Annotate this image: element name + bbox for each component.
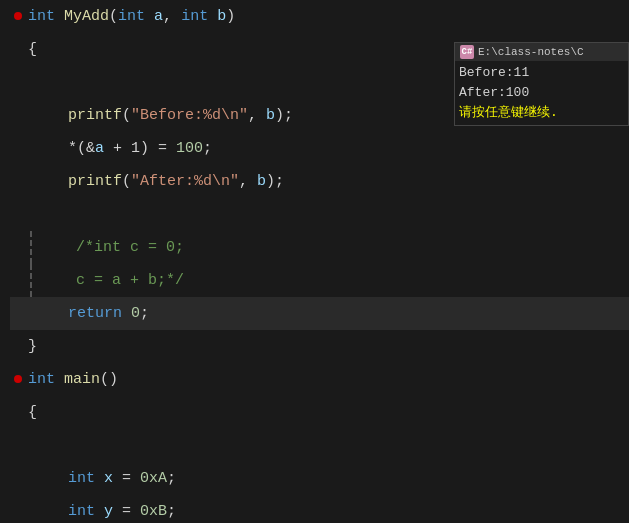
- token-kw: int: [28, 8, 55, 25]
- code-line: int x = 0xA;: [10, 462, 629, 495]
- token-str: "After:%d\n": [131, 173, 239, 190]
- token-plain: [55, 371, 64, 388]
- token-plain: }: [28, 338, 37, 355]
- line-content: int MyAdd(int a, int b): [28, 0, 235, 33]
- code-line: int MyAdd(int a, int b): [10, 0, 629, 33]
- token-cm: /*int c = 0;: [76, 239, 184, 256]
- token-var: x: [104, 470, 113, 487]
- line-content: /*int c = 0;: [30, 231, 184, 264]
- line-content: printf("Before:%d\n", b);: [28, 99, 293, 132]
- line-content: *(&a + 1) = 100;: [28, 132, 212, 165]
- token-plain: {: [28, 41, 37, 58]
- code-line: [10, 198, 629, 231]
- token-plain: ,: [239, 173, 257, 190]
- token-plain: [95, 503, 104, 520]
- token-cm: c = a + b;*/: [76, 272, 184, 289]
- token-fn: printf: [68, 107, 122, 124]
- token-kw: int: [28, 371, 55, 388]
- breakpoint-dot: [14, 12, 22, 20]
- token-var: b: [257, 173, 266, 190]
- token-fn: main: [64, 371, 100, 388]
- terminal-window[interactable]: C# E:\class-notes\C Before:11After:100请按…: [454, 42, 629, 126]
- token-num: 0xB: [140, 503, 167, 520]
- code-line: int y = 0xB;: [10, 495, 629, 523]
- line-content: c = a + b;*/: [30, 264, 184, 297]
- terminal-title: E:\class-notes\C: [478, 46, 584, 58]
- token-str: "Before:%d\n": [131, 107, 248, 124]
- token-plain: =: [113, 503, 140, 520]
- token-var: b: [217, 8, 226, 25]
- token-var: y: [104, 503, 113, 520]
- token-plain: );: [275, 107, 293, 124]
- token-plain: ): [226, 8, 235, 25]
- token-plain: );: [266, 173, 284, 190]
- token-plain: ;: [167, 470, 176, 487]
- line-content: {: [28, 396, 37, 429]
- token-var: a: [154, 8, 163, 25]
- terminal-titlebar: C# E:\class-notes\C: [455, 43, 628, 61]
- token-plain: *(: [68, 140, 86, 157]
- token-plain: ;: [140, 305, 149, 322]
- line-content: int main(): [28, 363, 118, 396]
- code-line: printf("After:%d\n", b);: [10, 165, 629, 198]
- code-line: }: [10, 330, 629, 363]
- token-kw: int: [68, 503, 95, 520]
- terminal-line: 请按任意键继续.: [459, 103, 624, 123]
- token-plain: [208, 8, 217, 25]
- token-kw: int: [181, 8, 208, 25]
- token-num: 100: [176, 140, 203, 157]
- line-content: int y = 0xB;: [28, 495, 176, 523]
- token-num: 0xA: [140, 470, 167, 487]
- token-plain: [55, 8, 64, 25]
- token-plain: ,: [248, 107, 266, 124]
- token-plain: &: [86, 140, 95, 157]
- terminal-body: Before:11After:100请按任意键继续.: [455, 61, 628, 125]
- token-plain: [122, 305, 131, 322]
- terminal-icon: C#: [460, 45, 474, 59]
- code-line: {: [10, 396, 629, 429]
- token-var: a: [95, 140, 104, 157]
- token-plain: (: [109, 8, 118, 25]
- token-plain: ;: [167, 503, 176, 520]
- token-kw: int: [68, 470, 95, 487]
- code-line: /*int c = 0;: [10, 231, 629, 264]
- line-content: printf("After:%d\n", b);: [28, 165, 284, 198]
- token-kw: int: [118, 8, 145, 25]
- token-plain: [95, 470, 104, 487]
- terminal-line: After:100: [459, 83, 624, 103]
- code-line: return 0;: [10, 297, 629, 330]
- line-content: return 0;: [28, 297, 149, 330]
- token-plain: (: [122, 173, 131, 190]
- token-fn: MyAdd: [64, 8, 109, 25]
- gutter: [10, 363, 28, 396]
- token-plain: {: [28, 404, 37, 421]
- token-kw: return: [68, 305, 122, 322]
- line-content: }: [28, 330, 37, 363]
- token-plain: (: [122, 107, 131, 124]
- token-plain: ,: [163, 8, 181, 25]
- line-content: {: [28, 33, 37, 66]
- code-editor: int MyAdd(int a, int b){printf("Before:%…: [0, 0, 629, 523]
- breakpoint-dot: [14, 375, 22, 383]
- token-plain: (): [100, 371, 118, 388]
- token-plain: + 1) =: [104, 140, 176, 157]
- code-line: *(&a + 1) = 100;: [10, 132, 629, 165]
- code-line: int main(): [10, 363, 629, 396]
- code-line: [10, 429, 629, 462]
- code-line: c = a + b;*/: [10, 264, 629, 297]
- token-num: 0: [131, 305, 140, 322]
- token-fn: printf: [68, 173, 122, 190]
- terminal-line: Before:11: [459, 63, 624, 83]
- gutter: [10, 0, 28, 33]
- token-plain: ;: [203, 140, 212, 157]
- token-plain: =: [113, 470, 140, 487]
- token-plain: [145, 8, 154, 25]
- line-content: int x = 0xA;: [28, 462, 176, 495]
- token-var: b: [266, 107, 275, 124]
